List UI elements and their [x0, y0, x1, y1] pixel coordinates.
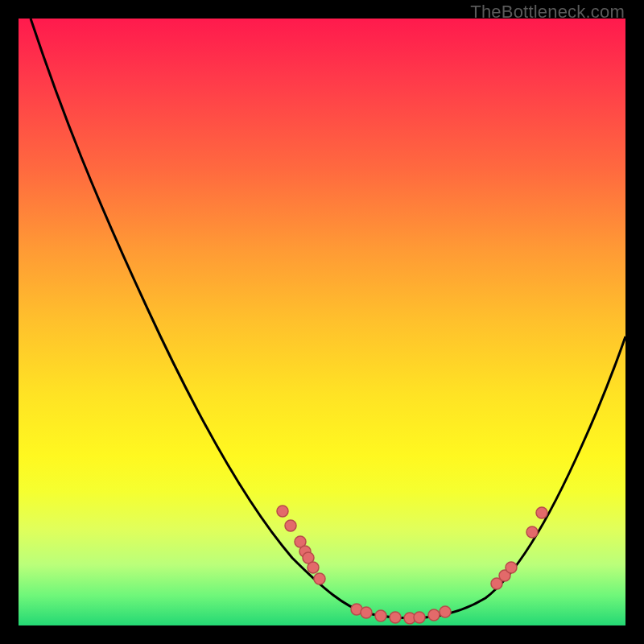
- data-marker: [440, 606, 451, 617]
- watermark-text: TheBottleneck.com: [470, 2, 625, 23]
- data-marker: [308, 562, 319, 573]
- data-marker: [314, 573, 325, 584]
- data-markers: [277, 506, 547, 624]
- data-marker: [414, 612, 425, 623]
- data-marker: [390, 612, 401, 623]
- data-marker: [277, 506, 288, 517]
- data-marker: [375, 610, 386, 621]
- data-marker: [526, 526, 538, 538]
- data-marker: [506, 562, 517, 573]
- data-marker: [536, 507, 547, 518]
- chart-svg: [19, 19, 625, 625]
- chart-frame: TheBottleneck.com: [0, 0, 644, 644]
- data-marker: [361, 607, 372, 618]
- data-marker: [285, 520, 296, 531]
- plot-area: [19, 19, 625, 625]
- data-marker: [428, 609, 440, 621]
